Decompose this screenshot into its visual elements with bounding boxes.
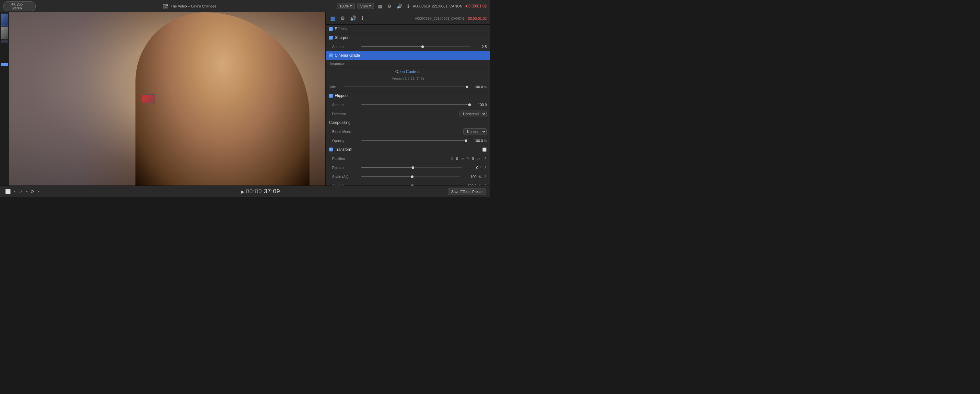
timecode-display: -00:00:01:02 [465,4,487,8]
blend-mode-area: Normal Multiply Screen [361,128,487,135]
rotation-slider-fill [361,167,412,168]
inspector-tab-info-button[interactable]: ℹ [360,14,365,22]
sharpen-amount-slider-fill [361,46,421,47]
frame-select-button[interactable]: ⬜ [4,188,12,195]
sharpen-amount-slider-track[interactable] [361,46,471,47]
scale-x-row: Scale X 100.0 % ↺ [326,181,490,185]
rotation-slider-thumb[interactable] [412,166,414,169]
thumbnail-item-1[interactable] [1,14,8,26]
flipped-checkbox-check-icon: ✓ [329,94,332,97]
cinema-grade-checkbox[interactable]: ✓ [329,54,333,57]
view-label: View [360,4,368,8]
compositing-title: Compositing [329,120,351,125]
position-row: Position X 0 px Y 0 px ↺ [326,154,490,163]
mix-slider-fill [343,86,468,87]
flipped-section-header: ✓ Flipped [326,91,490,100]
video-area [9,12,325,185]
inspector-panel: ▦ ⚙ 🔊 ℹ A008C519_221005J1_CANON -00:00:0… [325,12,490,185]
info-icon-button[interactable]: ℹ [406,3,410,10]
flipped-amount-value: 100.0 [471,103,487,107]
mix-unit: % [484,85,487,89]
inspector-tab-video-button[interactable]: ▦ [329,14,336,22]
blade-tool-button[interactable]: ↗ [18,188,24,195]
thumbnail-item-4[interactable] [1,63,8,66]
zoom-button[interactable]: 100% ▾ [337,3,355,9]
opacity-slider-track[interactable] [361,140,467,141]
flipped-amount-slider-thumb[interactable] [468,104,471,106]
blend-mode-label: Blend Mode [332,130,361,134]
open-controls-button[interactable]: Open Controls [326,67,490,76]
transform-title: Transform [335,147,352,152]
sharpen-section-header: ✓ Sharpen [326,33,490,42]
pos-x-value: 0 [456,156,458,161]
mix-slider-track[interactable] [343,86,468,87]
bottom-center-controls: ▶ 00:00 37:09 [43,188,478,195]
main-area: ▦ ⚙ 🔊 ℹ A008C519_221005J1_CANON -00:00:0… [0,12,490,185]
blend-mode-select[interactable]: Normal Multiply Screen [463,128,487,135]
effects-checkbox[interactable]: ✓ [329,27,333,31]
version-display: Version 1.2.11 (743) [326,76,490,82]
inspector-tab-audio-button[interactable]: 🔊 [349,14,358,22]
timecode-main: 37:09 [264,188,280,195]
flipped-title: Flipped [335,93,347,98]
rotation-reset-button[interactable]: ↺ [483,166,487,169]
transform-chevron-icon: ▾ [38,190,40,193]
thumbnail-sidebar [0,12,9,185]
scale-all-unit: % [478,175,482,179]
scale-all-slider-thumb[interactable] [411,175,414,178]
opacity-slider-fill [361,140,467,141]
scale-all-slider-area[interactable] [361,176,460,177]
filter-icon-button[interactable]: ⚙ [386,3,393,10]
play-button[interactable]: ▶ [241,189,244,194]
zoom-value: 100% [340,4,349,8]
flipped-amount-label: Amount [332,103,361,107]
grid-icon-button[interactable]: ▦ [377,3,383,10]
scale-all-label: Scale (All) [332,175,361,179]
effects-title: Effects [335,27,347,31]
sharpen-checkbox[interactable]: ✓ [329,36,333,40]
sharpen-amount-slider-thumb[interactable] [421,45,424,48]
rotation-slider-track[interactable] [361,167,462,168]
rotation-slider-area[interactable] [361,167,462,168]
opacity-row: Opacity 100.0 % [326,136,490,145]
flipped-direction-row: Direction Horizontal Vertical [326,109,490,118]
position-reset-button[interactable]: ↺ [483,156,487,160]
version-text: Version 1.2.11 (743) [392,77,424,80]
bottom-controls: ⬜ ▾ ↗ ▾ ⟳ ▾ ▶ 00:00 37:09 ⛶ Save Effects… [0,185,490,197]
inspector-tab-filter-button[interactable]: ⚙ [339,14,346,22]
scale-all-reset-button[interactable]: ↺ [483,175,487,179]
mix-slider-thumb[interactable] [466,86,468,88]
top-bar: 🔍 4K 25p, Stereo 🎬 The Video – Cate's Ch… [0,0,490,12]
timecode-zero-display: 00:00 37:09 [246,188,280,195]
transform-checkbox-check-icon: ✓ [329,148,332,151]
volume-icon-button[interactable]: 🔊 [395,3,404,10]
mix-slider-area[interactable] [343,86,468,87]
flipped-direction-select[interactable]: Horizontal Vertical [460,110,487,117]
opacity-slider-area[interactable] [361,140,467,141]
search-wrapper: 🔍 4K 25p, Stereo [3,1,36,11]
sharpen-amount-slider-area[interactable] [361,46,471,47]
opacity-slider-thumb[interactable] [465,139,467,142]
transform-tool-button[interactable]: ⟳ [30,188,36,195]
scale-all-slider-track[interactable] [361,176,460,177]
sharpen-amount-row: Amount 2.5 [326,42,490,51]
transform-checkbox[interactable]: ✓ [329,148,333,152]
sharpen-title: Sharpen [335,35,349,40]
compositing-section-header: Compositing [326,118,490,127]
view-chevron-icon: ▾ [369,4,371,8]
pos-y-unit: px [476,156,480,161]
top-bar-right: 100% ▾ View ▾ ▦ ⚙ 🔊 ℹ A008C519_221005J1_… [337,3,487,10]
flipped-checkbox[interactable]: ✓ [329,94,333,97]
thumbnail-item-3[interactable] [1,40,8,43]
thumbnail-item-2[interactable] [1,27,8,39]
flipped-amount-slider-area [361,104,471,105]
flipped-amount-slider-track[interactable] [361,104,471,105]
blend-mode-row: Blend Mode Normal Multiply Screen [326,127,490,136]
save-effects-preset-button[interactable]: Save Effects Preset [448,188,486,195]
pos-x-label: X [451,156,453,161]
rotation-value-area: 0 ° ↺ [462,166,487,170]
bottom-left-controls: ⬜ ▾ ↗ ▾ ⟳ ▾ [4,188,40,195]
view-button[interactable]: View ▾ [358,3,374,9]
position-coords: X 0 px Y 0 px ↺ [451,156,487,161]
save-effects-preset-label: Save Effects Preset [452,190,482,194]
